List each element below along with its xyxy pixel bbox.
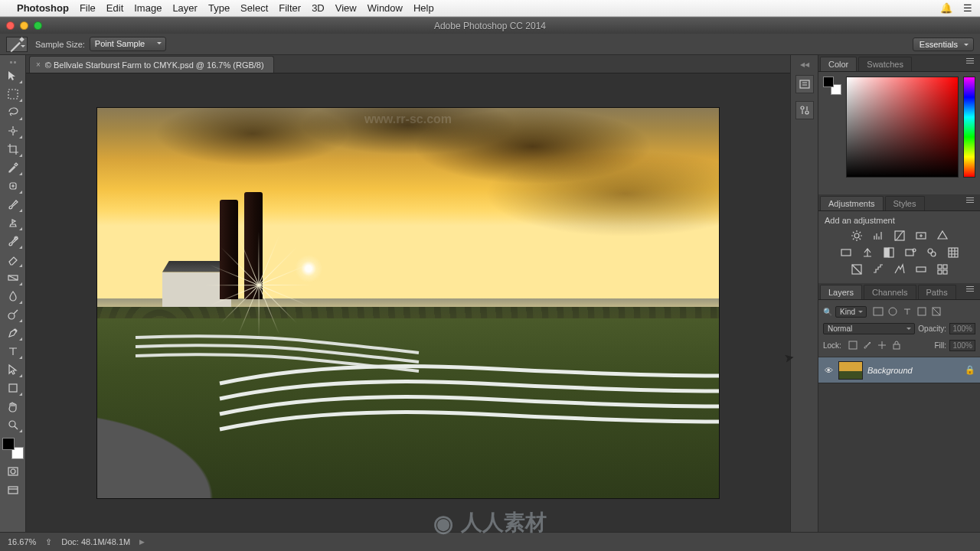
layer-filter-kind[interactable]: Kind (835, 306, 867, 318)
brush-tool[interactable] (3, 196, 23, 213)
color-panel-menu-icon[interactable] (966, 58, 977, 66)
window-close-button[interactable] (6, 21, 15, 30)
curves-icon[interactable] (893, 230, 906, 242)
canvas[interactable]: www.rr-sc.com (97, 108, 719, 498)
tab-adjustments[interactable]: Adjustments (820, 196, 884, 210)
menu-select[interactable]: Select (240, 2, 268, 14)
saturation-field[interactable] (846, 77, 959, 178)
foreground-color-swatch[interactable] (2, 438, 15, 450)
share-icon[interactable]: ⇪ (45, 537, 52, 547)
hand-tool[interactable] (3, 398, 23, 415)
tab-channels[interactable]: Channels (864, 285, 916, 299)
screenmode-toggle[interactable] (3, 482, 23, 499)
history-panel-icon[interactable] (795, 75, 814, 93)
quick-select-tool[interactable] (3, 122, 23, 139)
visibility-icon[interactable]: 👁 (823, 366, 834, 375)
zoom-tool[interactable] (3, 416, 23, 433)
filter-shape-icon[interactable] (916, 306, 927, 317)
color-swatches[interactable] (2, 438, 24, 459)
lock-transparency-icon[interactable] (848, 340, 858, 350)
tab-swatches[interactable]: Swatches (858, 57, 912, 71)
filter-pixel-icon[interactable] (873, 306, 884, 317)
path-select-tool[interactable] (3, 361, 23, 378)
filter-adjust-icon[interactable] (887, 306, 898, 317)
hue-slider[interactable] (963, 77, 975, 178)
menu-window[interactable]: Window (368, 2, 403, 14)
layer-thumbnail[interactable] (838, 361, 863, 380)
layer-row[interactable]: 👁 Background 🔒 (818, 357, 980, 383)
photo-filter-icon[interactable] (903, 246, 917, 259)
tab-styles[interactable]: Styles (885, 196, 925, 210)
lasso-tool[interactable] (3, 104, 23, 121)
menu-extras-icon[interactable]: ☰ (963, 2, 972, 14)
status-menu-icon[interactable]: ▶ (139, 538, 145, 546)
gradient-map-icon[interactable] (914, 263, 928, 276)
menu-filter[interactable]: Filter (279, 2, 301, 14)
close-icon[interactable]: × (36, 60, 41, 69)
fill-value[interactable]: 100% (949, 340, 975, 351)
tab-color[interactable]: Color (820, 57, 857, 71)
tool-preset-picker[interactable] (6, 37, 28, 52)
brightness-icon[interactable] (850, 230, 864, 242)
type-tool[interactable] (3, 343, 23, 360)
menu-image[interactable]: Image (134, 2, 162, 14)
document-tab[interactable]: × © Bellvale Starburst Farm to CMYK.psd … (29, 56, 274, 73)
blend-mode-dropdown[interactable]: Normal (823, 323, 915, 334)
menu-view[interactable]: View (335, 2, 357, 14)
window-zoom-button[interactable] (34, 21, 42, 30)
exposure-icon[interactable] (914, 230, 928, 242)
gradient-tool[interactable] (3, 269, 23, 286)
app-name[interactable]: Photoshop (17, 2, 69, 14)
history-brush-tool[interactable] (3, 233, 23, 249)
filter-type-icon[interactable] (902, 306, 913, 317)
levels-icon[interactable] (871, 230, 885, 242)
move-tool[interactable] (3, 67, 23, 84)
lock-all-icon[interactable] (891, 340, 902, 350)
menu-3d[interactable]: 3D (312, 2, 325, 14)
workspace-switcher[interactable]: Essentials (913, 37, 974, 51)
properties-panel-icon[interactable] (795, 101, 814, 119)
clone-stamp-tool[interactable] (3, 214, 23, 231)
crop-tool[interactable] (3, 141, 23, 158)
hue-sat-icon[interactable] (839, 246, 853, 259)
color-fgbg-mini[interactable] (823, 77, 841, 95)
dock-collapse-handle[interactable]: ◀◀ (791, 61, 818, 67)
invert-icon[interactable] (850, 263, 864, 276)
vibrance-icon[interactable] (936, 230, 949, 242)
quickmask-toggle[interactable] (3, 463, 23, 480)
adjustments-panel-menu-icon[interactable] (966, 197, 977, 205)
posterize-icon[interactable] (871, 263, 885, 276)
zoom-level[interactable]: 16.67% (8, 537, 36, 546)
tab-paths[interactable]: Paths (918, 285, 956, 299)
channel-mixer-icon[interactable] (925, 246, 939, 259)
menu-layer[interactable]: Layer (172, 2, 198, 14)
marquee-tool[interactable] (3, 86, 23, 103)
color-balance-icon[interactable] (861, 246, 874, 259)
menu-type[interactable]: Type (208, 2, 230, 14)
menu-edit[interactable]: Edit (106, 2, 123, 14)
eyedropper-tool[interactable] (3, 159, 23, 176)
eraser-tool[interactable] (3, 251, 23, 268)
opacity-value[interactable]: 100% (949, 323, 975, 334)
healing-brush-tool[interactable] (3, 178, 23, 194)
notification-icon[interactable]: 🔔 (940, 2, 952, 14)
black-white-icon[interactable] (882, 246, 896, 259)
pen-tool[interactable] (3, 324, 23, 341)
layer-name[interactable]: Background (867, 366, 960, 375)
color-lookup-icon[interactable] (946, 246, 960, 259)
selective-color-icon[interactable] (936, 263, 949, 276)
lock-pixels-icon[interactable] (862, 340, 873, 350)
threshold-icon[interactable] (893, 263, 906, 276)
tab-layers[interactable]: Layers (820, 285, 862, 299)
window-minimize-button[interactable] (20, 21, 28, 30)
menu-file[interactable]: File (80, 2, 96, 14)
shape-tool[interactable] (3, 380, 23, 396)
dodge-tool[interactable] (3, 306, 23, 323)
sample-size-dropdown[interactable]: Point Sample (90, 37, 166, 51)
blur-tool[interactable] (3, 288, 23, 305)
filter-smart-icon[interactable] (931, 306, 942, 317)
layers-panel-menu-icon[interactable] (966, 286, 977, 294)
tools-grab-handle[interactable] (0, 58, 26, 66)
menu-help[interactable]: Help (413, 2, 434, 14)
lock-position-icon[interactable] (877, 340, 887, 350)
